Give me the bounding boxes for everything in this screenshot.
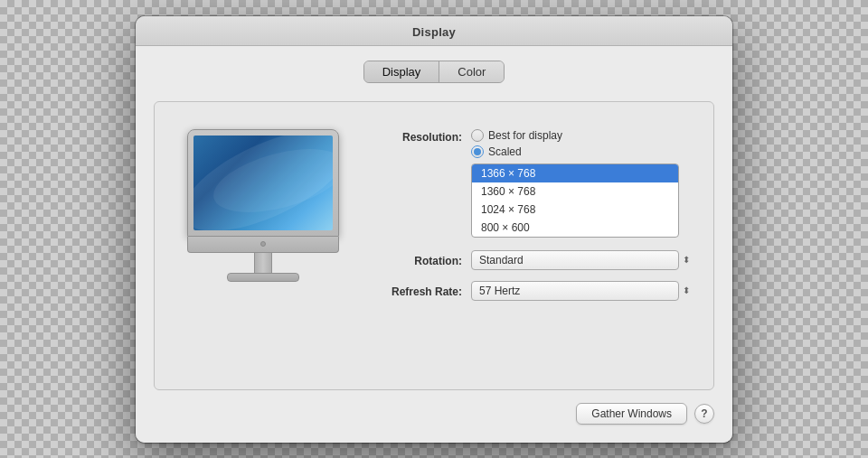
radio-scaled-label: Scaled: [488, 145, 522, 158]
refresh-rate-dropdown-wrapper: 57 Hertz60 Hertz ⬍: [471, 281, 695, 301]
monitor-screen-outer: [187, 129, 339, 237]
resolution-item-1[interactable]: 1360 × 768: [472, 182, 678, 201]
rotation-dropdown-arrow: ⬍: [683, 256, 690, 265]
resolution-row: Resolution: Best for display Scaled: [372, 129, 695, 238]
resolution-controls: Best for display Scaled 1366 × 768: [471, 129, 695, 238]
monitor-bezel-bottom: [187, 237, 339, 253]
bottom-bar: Gather Windows ?: [154, 390, 714, 425]
rotation-row: Rotation: Standard90°180°270° ⬍: [372, 250, 695, 270]
radio-scaled-button[interactable]: [471, 145, 484, 158]
tab-color[interactable]: Color: [439, 61, 504, 82]
monitor-base: [227, 273, 299, 282]
title-bar: Display: [136, 16, 732, 46]
gather-windows-button[interactable]: Gather Windows: [576, 403, 687, 425]
settings-panel: Resolution: Best for display Scaled: [372, 120, 695, 312]
rotation-label: Rotation:: [372, 253, 471, 267]
tab-bar: Display Color: [154, 61, 714, 83]
refresh-rate-controls: 57 Hertz60 Hertz ⬍: [471, 281, 695, 301]
rotation-controls: Standard90°180°270° ⬍: [471, 250, 695, 270]
radio-scaled-option[interactable]: Scaled: [471, 145, 695, 158]
resolution-item-3[interactable]: 800 × 600: [472, 219, 678, 237]
radio-best-button[interactable]: [471, 129, 484, 142]
rotation-dropdown-wrapper: Standard90°180°270° ⬍: [471, 250, 695, 270]
refresh-rate-row: Refresh Rate: 57 Hertz60 Hertz ⬍: [372, 281, 695, 301]
monitor-container: [173, 120, 354, 282]
refresh-rate-dropdown[interactable]: 57 Hertz60 Hertz: [471, 281, 679, 301]
display-preferences-window: Display Display Color: [136, 16, 732, 443]
radio-best-label: Best for display: [488, 129, 562, 142]
tab-group: Display Color: [363, 61, 505, 83]
monitor-screen: [193, 136, 333, 230]
help-button[interactable]: ?: [694, 404, 714, 424]
refresh-rate-dropdown-arrow: ⬍: [683, 286, 690, 295]
monitor-logo-dot: [260, 241, 266, 247]
monitor-neck: [254, 253, 272, 273]
refresh-rate-label: Refresh Rate:: [372, 284, 471, 298]
window-title: Display: [412, 25, 456, 39]
window-content: Display Color: [136, 46, 732, 443]
main-area: Resolution: Best for display Scaled: [154, 101, 714, 390]
tab-display[interactable]: Display: [364, 61, 440, 82]
resolution-list: 1366 × 768 1360 × 768 1024 × 768 800 × 6…: [471, 164, 679, 238]
resolution-item-2[interactable]: 1024 × 768: [472, 201, 678, 219]
resolution-label: Resolution:: [372, 129, 471, 144]
resolution-item-0[interactable]: 1366 × 768: [472, 164, 678, 182]
rotation-dropdown[interactable]: Standard90°180°270°: [471, 250, 679, 270]
radio-best-option[interactable]: Best for display: [471, 129, 695, 142]
monitor-icon: [187, 129, 339, 282]
